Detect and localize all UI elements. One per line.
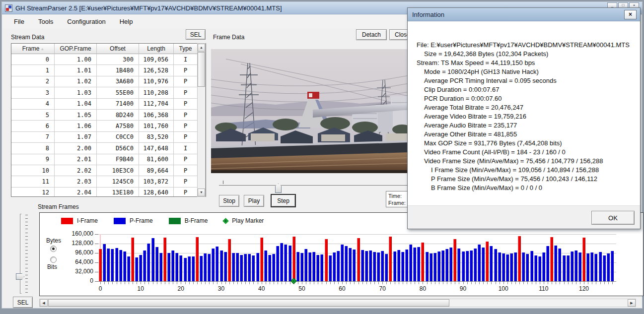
p-frame-bar[interactable]: [135, 257, 138, 282]
p-frame-bar[interactable]: [341, 245, 344, 281]
p-frame-bar[interactable]: [127, 256, 130, 281]
table-row[interactable]: 31.0355E00110,208P: [11, 87, 206, 98]
p-frame-bar[interactable]: [337, 251, 340, 281]
p-frame-bar[interactable]: [252, 255, 255, 281]
menu-item-tools[interactable]: Tools: [32, 16, 59, 27]
p-frame-bar[interactable]: [433, 253, 436, 281]
p-frame-bar[interactable]: [594, 254, 597, 281]
i-frame-bar[interactable]: [582, 238, 585, 282]
ok-button[interactable]: OK: [591, 211, 635, 225]
p-frame-bar[interactable]: [159, 253, 162, 281]
p-frame-bar[interactable]: [107, 249, 110, 281]
p-frame-bar[interactable]: [312, 252, 315, 281]
chart-scrollbar-thumb[interactable]: [48, 299, 449, 307]
p-frame-bar[interactable]: [470, 251, 473, 281]
p-frame-bar[interactable]: [494, 249, 497, 281]
p-frame-bar[interactable]: [586, 253, 589, 281]
p-frame-bar[interactable]: [365, 251, 368, 281]
p-frame-bar[interactable]: [204, 253, 207, 281]
stream-data-table[interactable]: Frame▵GOP.FrameOffsetLengthType 01.00300…: [11, 43, 206, 197]
i-frame-bar[interactable]: [163, 238, 166, 281]
p-frame-bar[interactable]: [466, 251, 469, 281]
p-frame-bar[interactable]: [147, 244, 150, 281]
p-frame-bar[interactable]: [571, 251, 573, 281]
p-frame-bar[interactable]: [236, 253, 239, 281]
dialog-close-icon[interactable]: ×: [624, 10, 637, 19]
p-frame-bar[interactable]: [369, 251, 372, 281]
p-frame-bar[interactable]: [482, 248, 485, 281]
i-frame-bar[interactable]: [486, 242, 489, 281]
p-frame-bar[interactable]: [232, 253, 235, 281]
scroll-left-arrow-icon[interactable]: ◀: [40, 299, 48, 307]
table-row[interactable]: 122.0413E180128,640P: [11, 188, 206, 197]
p-frame-bar[interactable]: [215, 247, 218, 281]
p-frame-bar[interactable]: [264, 251, 267, 281]
detach-button[interactable]: Detach: [356, 29, 387, 40]
table-row[interactable]: 61.06A7580101,760P: [11, 121, 206, 131]
p-frame-bar[interactable]: [171, 251, 174, 281]
p-frame-bar[interactable]: [558, 249, 561, 282]
p-frame-bar[interactable]: [607, 253, 610, 281]
table-row[interactable]: 21.023A680110,976P: [11, 76, 206, 87]
menu-item-configuration[interactable]: Configuration: [61, 16, 111, 27]
p-frame-bar[interactable]: [256, 253, 259, 281]
p-frame-bar[interactable]: [103, 244, 106, 281]
p-frame-bar[interactable]: [308, 252, 311, 281]
p-frame-bar[interactable]: [184, 258, 187, 282]
playback-trackbar[interactable]: [219, 185, 408, 187]
p-frame-bar[interactable]: [405, 250, 408, 281]
p-frame-bar[interactable]: [534, 255, 537, 281]
i-frame-bar[interactable]: [99, 249, 102, 281]
p-frame-bar[interactable]: [200, 256, 203, 281]
p-frame-bar[interactable]: [212, 249, 215, 282]
p-frame-bar[interactable]: [417, 247, 420, 282]
p-frame-bar[interactable]: [514, 252, 517, 281]
i-frame-bar[interactable]: [292, 237, 295, 281]
p-frame-bar[interactable]: [123, 251, 126, 281]
p-frame-bar[interactable]: [276, 246, 279, 281]
column-header-length[interactable]: Length: [139, 44, 174, 54]
p-frame-bar[interactable]: [393, 251, 396, 281]
p-frame-bar[interactable]: [397, 250, 400, 281]
step-button[interactable]: Step: [271, 194, 296, 207]
p-frame-bar[interactable]: [498, 252, 501, 281]
p-frame-bar[interactable]: [567, 255, 570, 281]
table-row[interactable]: 41.0471400112,704P: [11, 99, 206, 110]
table-row[interactable]: 51.058D240106,368P: [11, 110, 206, 121]
p-frame-bar[interactable]: [445, 249, 448, 281]
p-frame-bar[interactable]: [296, 252, 299, 281]
bytes-radio[interactable]: [50, 246, 57, 252]
table-row[interactable]: 102.0210E3C089,664P: [11, 165, 206, 176]
p-frame-bar[interactable]: [208, 254, 211, 281]
p-frame-bar[interactable]: [111, 249, 114, 281]
p-frame-bar[interactable]: [288, 246, 291, 281]
p-frame-bar[interactable]: [603, 255, 606, 281]
p-frame-bar[interactable]: [574, 251, 577, 281]
p-frame-bar[interactable]: [413, 248, 416, 281]
column-header-gop-frame[interactable]: GOP.Frame: [55, 44, 97, 54]
p-frame-bar[interactable]: [119, 250, 122, 281]
p-frame-bar[interactable]: [224, 252, 227, 281]
column-header-type[interactable]: Type: [174, 44, 198, 54]
play-marker[interactable]: [290, 278, 297, 284]
p-frame-bar[interactable]: [385, 254, 388, 281]
p-frame-bar[interactable]: [345, 246, 348, 281]
table-row[interactable]: 71.07C0CC083,520P: [11, 132, 206, 143]
p-frame-bar[interactable]: [300, 253, 303, 281]
p-frame-bar[interactable]: [546, 246, 549, 281]
p-frame-bar[interactable]: [272, 254, 275, 281]
stream-frames-sel-button[interactable]: SEL: [13, 297, 33, 308]
p-frame-bar[interactable]: [578, 252, 581, 281]
p-frame-bar[interactable]: [542, 252, 545, 281]
p-frame-bar[interactable]: [151, 238, 154, 281]
p-frame-bar[interactable]: [563, 255, 566, 281]
table-vertical-scrollbar[interactable]: ▲ ▼: [197, 43, 206, 197]
i-frame-bar[interactable]: [518, 236, 521, 281]
stream-data-sel-button[interactable]: SEL: [186, 29, 206, 40]
i-frame-bar[interactable]: [389, 237, 392, 281]
zoom-slider-track[interactable]: [20, 214, 22, 294]
p-frame-bar[interactable]: [188, 256, 191, 281]
p-frame-bar[interactable]: [155, 247, 158, 282]
p-frame-bar[interactable]: [248, 254, 251, 281]
p-frame-bar[interactable]: [244, 254, 247, 281]
